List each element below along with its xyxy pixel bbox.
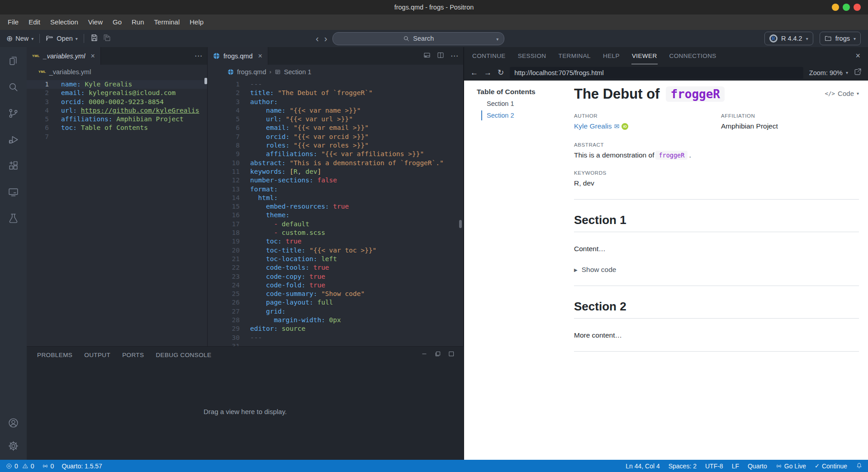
tab-help[interactable]: HELP bbox=[602, 48, 620, 64]
code-line[interactable]: 3orcid: 0000-0002-9223-8854 bbox=[27, 98, 207, 106]
code-line[interactable]: 4url: https://github.com/kyleGrealis bbox=[27, 106, 207, 115]
customize-layout-icon[interactable] bbox=[423, 52, 431, 61]
code-line[interactable]: 6 email: "{{< var email >}}" bbox=[208, 124, 463, 132]
maximize-panel-icon[interactable] bbox=[448, 351, 455, 359]
code-line[interactable]: 18 - custom.scss bbox=[208, 229, 463, 237]
quarto-version-status[interactable]: Quarto: 1.5.57 bbox=[62, 462, 102, 470]
code-line[interactable]: 5 url: "{{< var url >}}" bbox=[208, 115, 463, 124]
breadcrumb[interactable]: frogs.qmd › Section 1 bbox=[208, 65, 463, 79]
menu-view[interactable]: View bbox=[83, 14, 108, 30]
minimize-window-button[interactable] bbox=[832, 4, 839, 11]
orcid-icon[interactable]: iD bbox=[621, 123, 628, 130]
notifications-bell-icon[interactable] bbox=[856, 462, 863, 470]
menu-edit[interactable]: Edit bbox=[24, 14, 45, 30]
code-line[interactable]: 20 toc-title: "{{< var toc >}}" bbox=[208, 246, 463, 255]
toc-item-section-2[interactable]: Section 2 bbox=[481, 110, 560, 120]
ports-status[interactable]: 0 bbox=[42, 462, 54, 470]
code-line[interactable]: 16 theme: bbox=[208, 211, 463, 219]
navigate-forward-icon[interactable]: › bbox=[324, 34, 327, 43]
search-view-icon[interactable] bbox=[8, 81, 19, 95]
code-line[interactable]: 11keywords: [R, dev] bbox=[208, 167, 463, 176]
code-line[interactable]: 30--- bbox=[208, 334, 463, 342]
code-line[interactable]: 19 toc: true bbox=[208, 237, 463, 246]
panel-tab-debug-console[interactable]: DEBUG CONSOLE bbox=[156, 352, 211, 358]
code-line[interactable]: 12number-sections: false bbox=[208, 176, 463, 185]
tab-variables-yml[interactable]: YML _variables.yml × bbox=[27, 47, 101, 65]
code-line[interactable]: 21 toc-location: left bbox=[208, 255, 463, 263]
new-button[interactable]: ⊕ New ▾ bbox=[6, 34, 33, 43]
code-line[interactable]: 24 code-fold: true bbox=[208, 281, 463, 290]
viewer-forward-icon[interactable]: → bbox=[484, 68, 492, 77]
workspace-folder-selector[interactable]: frogs ▾ bbox=[820, 32, 861, 45]
cursor-position-status[interactable]: Ln 44, Col 4 bbox=[626, 462, 660, 470]
open-in-browser-icon[interactable] bbox=[854, 68, 862, 77]
code-line[interactable]: 7 bbox=[27, 133, 207, 141]
r-interpreter-selector[interactable]: R R 4.4.2 ▾ bbox=[764, 32, 813, 45]
viewer-url-input[interactable]: http://localhost:7075/frogs.html bbox=[510, 67, 803, 79]
code-line[interactable]: 7 orcid: "{{< var orcid >}}" bbox=[208, 133, 463, 141]
code-line[interactable]: 15 embed-resources: true bbox=[208, 202, 463, 211]
code-line[interactable]: 29editor: source bbox=[208, 324, 463, 333]
source-control-icon[interactable] bbox=[8, 108, 19, 121]
code-line[interactable]: 6toc: Table of Contents bbox=[27, 124, 207, 132]
viewer-back-icon[interactable]: ← bbox=[470, 68, 478, 77]
account-icon[interactable] bbox=[8, 417, 19, 430]
code-line[interactable]: 4 name: "{{< var name >}}" bbox=[208, 106, 463, 115]
tab-terminal[interactable]: TERMINAL bbox=[558, 48, 591, 64]
menu-terminal[interactable]: Terminal bbox=[149, 14, 185, 30]
viewer-zoom-selector[interactable]: Zoom: 90% ▾ bbox=[809, 69, 848, 76]
save-all-button[interactable] bbox=[103, 33, 111, 43]
navigate-back-icon[interactable]: ‹ bbox=[316, 34, 319, 43]
tab-continue[interactable]: CONTINUE bbox=[472, 48, 506, 64]
code-line[interactable]: 10abstract: "This is a demonstration of … bbox=[208, 159, 463, 167]
eol-status[interactable]: LF bbox=[732, 462, 739, 470]
settings-gear-icon[interactable] bbox=[8, 440, 19, 453]
scrollbar-thumb[interactable] bbox=[459, 220, 462, 228]
language-mode-status[interactable]: Quarto bbox=[748, 462, 767, 470]
tab-connections[interactable]: CONNECTIONS bbox=[669, 48, 717, 64]
code-line[interactable]: 1name: Kyle Grealis bbox=[27, 80, 207, 89]
code-line[interactable]: 1--- bbox=[208, 80, 463, 89]
extensions-icon[interactable] bbox=[8, 160, 19, 173]
code-line[interactable]: 23 code-copy: true bbox=[208, 272, 463, 281]
code-line[interactable]: 17 - default bbox=[208, 220, 463, 229]
restore-panel-icon[interactable] bbox=[435, 351, 441, 359]
panel-tab-output[interactable]: OUTPUT bbox=[84, 352, 110, 358]
split-editor-icon[interactable] bbox=[437, 52, 444, 61]
tab-frogs-qmd[interactable]: frogs.qmd × bbox=[208, 47, 268, 65]
code-line[interactable]: 3author: bbox=[208, 98, 463, 106]
more-actions-icon[interactable]: ⋯ bbox=[451, 51, 459, 61]
code-line[interactable]: 9 affiliations: "{{< var affiliations >}… bbox=[208, 150, 463, 158]
close-panel-icon[interactable]: × bbox=[855, 51, 860, 61]
code-line[interactable]: 27 grid: bbox=[208, 307, 463, 316]
more-actions-icon[interactable]: ⋯ bbox=[194, 51, 203, 61]
close-window-button[interactable] bbox=[854, 4, 861, 11]
email-icon[interactable]: ✉ bbox=[614, 123, 620, 130]
menu-file[interactable]: File bbox=[3, 14, 24, 30]
minimize-panel-icon[interactable] bbox=[421, 351, 427, 359]
open-button[interactable]: Open ▾ bbox=[46, 34, 78, 43]
panel-tab-ports[interactable]: PORTS bbox=[122, 352, 144, 358]
close-tab-icon[interactable]: × bbox=[258, 52, 262, 60]
code-line[interactable]: 26 page-layout: full bbox=[208, 298, 463, 307]
code-line[interactable]: 13format: bbox=[208, 185, 463, 194]
maximize-window-button[interactable] bbox=[843, 4, 850, 11]
close-tab-icon[interactable]: × bbox=[90, 52, 95, 60]
remote-console-icon[interactable] bbox=[8, 186, 19, 200]
viewer-reload-icon[interactable]: ↻ bbox=[498, 68, 504, 77]
explorer-icon[interactable] bbox=[8, 55, 19, 68]
panel-tab-problems[interactable]: PROBLEMS bbox=[37, 352, 72, 358]
toc-item-section-1[interactable]: Section 1 bbox=[481, 99, 560, 109]
menu-help[interactable]: Help bbox=[185, 14, 209, 30]
search-input[interactable]: Search ▾ bbox=[332, 32, 504, 45]
code-line[interactable]: 5affiliations: Amphibian Project bbox=[27, 115, 207, 124]
code-line[interactable]: 25 code-summary: "Show code" bbox=[208, 290, 463, 298]
code-line[interactable]: 22 code-tools: true bbox=[208, 263, 463, 272]
continue-button[interactable]: ✓ Continue bbox=[815, 462, 847, 470]
breadcrumb[interactable]: YML _variables.yml bbox=[27, 65, 207, 79]
code-line[interactable]: 2email: kylegrealis@icloud.com bbox=[27, 89, 207, 97]
test-beaker-icon[interactable] bbox=[8, 213, 19, 226]
code-line[interactable]: 8 roles: "{{< var roles >}}" bbox=[208, 141, 463, 150]
go-live-button[interactable]: Go Live bbox=[776, 462, 806, 470]
run-debug-icon[interactable] bbox=[8, 134, 19, 147]
